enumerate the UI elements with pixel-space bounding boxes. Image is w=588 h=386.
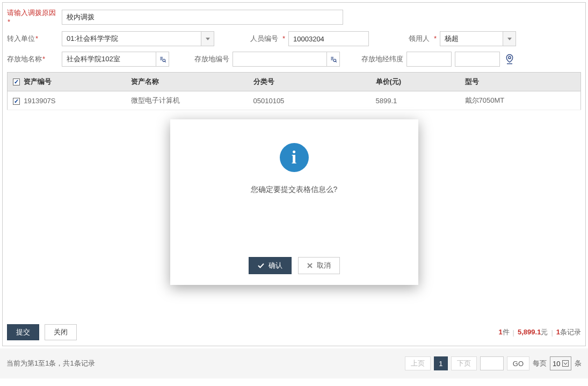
info-icon: i	[280, 143, 309, 172]
svg-line-9	[336, 61, 337, 62]
loc-name-label: 存放地名称*	[7, 54, 59, 64]
col-price: 单价(元)	[371, 73, 460, 91]
loc-coord-input-2[interactable]	[455, 52, 500, 67]
cell-model: 戴尔7050MT	[460, 91, 581, 110]
col-asset-name: 资产名称	[126, 73, 248, 91]
pager-perpage-label: 每页	[533, 359, 547, 368]
loc-name-input-wrap	[62, 52, 169, 67]
loc-code-input[interactable]	[233, 52, 327, 67]
location-pin-icon[interactable]	[503, 52, 516, 67]
modal-cancel-button[interactable]: 取消	[298, 257, 340, 274]
cell-class-no: 05010105	[248, 91, 371, 110]
col-model: 型号	[460, 73, 581, 91]
panel-footer: 提交 关闭 1件 | 5,899.1元 | 1条记录	[7, 324, 581, 340]
summary-bar: 1件 | 5,899.1元 | 1条记录	[498, 327, 581, 337]
svg-point-8	[333, 59, 336, 62]
asset-table: 资产编号 资产名称 分类号 单价(元) 型号 1913907S 微型电子计算机 …	[7, 72, 581, 110]
row-dept: 转入单位* 01:社会科学学院 人员编号 * 领用人 * 杨超	[7, 31, 581, 46]
dept-select[interactable]: 01:社会科学学院	[62, 31, 214, 46]
close-button[interactable]: 关闭	[45, 324, 77, 340]
close-icon	[307, 263, 313, 268]
chevron-down-icon	[562, 360, 569, 367]
col-asset-no: 资产编号	[24, 77, 52, 85]
summary-records: 1	[556, 328, 560, 336]
cell-asset-no: 1913907S	[24, 97, 55, 105]
dept-select-value: 01:社会科学学院	[62, 31, 201, 46]
emp-input[interactable]	[288, 31, 369, 46]
submit-button[interactable]: 提交	[7, 324, 39, 340]
reason-input[interactable]	[62, 10, 343, 25]
table-row[interactable]: 1913907S 微型电子计算机 05010105 5899.1 戴尔7050M…	[8, 91, 581, 110]
chevron-down-icon[interactable]	[503, 31, 516, 46]
loc-code-input-wrap	[233, 52, 340, 67]
summary-amount: 5,899.1	[518, 328, 541, 336]
check-icon	[258, 263, 264, 268]
recipient-value: 杨超	[440, 31, 503, 46]
pager-prev[interactable]: 上页	[405, 356, 431, 370]
loc-coord-label: 存放地经纬度	[356, 54, 403, 64]
pager-perpage-select[interactable]: 10	[550, 356, 571, 370]
svg-line-4	[165, 61, 166, 62]
cell-price: 5899.1	[371, 91, 460, 110]
svg-point-3	[163, 59, 165, 62]
select-all-checkbox[interactable]	[13, 78, 20, 85]
loc-code-label: 存放地编号	[187, 54, 229, 64]
modal-message: 您确定要提交表格信息么?	[181, 185, 408, 195]
pager-status: 当前为第1至1条，共1条记录	[6, 359, 95, 368]
pager-bar: 当前为第1至1条，共1条记录 上页 1 下页 GO 每页 10 条	[0, 348, 588, 378]
pager-page-input[interactable]	[480, 356, 504, 370]
modal-confirm-button[interactable]: 确认	[249, 257, 292, 274]
confirm-modal: i 您确定要提交表格信息么? 确认 取消	[170, 119, 418, 285]
row-checkbox[interactable]	[13, 98, 20, 105]
search-icon[interactable]	[156, 52, 169, 67]
dept-label: 转入单位*	[7, 34, 59, 44]
loc-name-input[interactable]	[62, 52, 156, 67]
pager-next[interactable]: 下页	[451, 356, 477, 370]
col-class-no: 分类号	[248, 73, 371, 91]
summary-count: 1	[498, 328, 502, 336]
svg-point-10	[509, 56, 511, 59]
pager-tail: 条	[575, 359, 582, 368]
pager-current[interactable]: 1	[434, 356, 448, 370]
search-icon[interactable]	[327, 52, 340, 67]
loc-coord-input-1[interactable]	[406, 52, 452, 67]
recipient-select[interactable]: 杨超	[440, 31, 516, 46]
recipient-label: 领用人 *	[399, 34, 437, 44]
emp-label: 人员编号 *	[239, 34, 285, 44]
row-reason: 请输入调拨原因*	[7, 8, 581, 26]
row-location: 存放地名称* 存放地编号 存放地经纬度	[7, 52, 581, 67]
pager-go[interactable]: GO	[507, 356, 529, 370]
reason-label: 请输入调拨原因*	[7, 8, 59, 26]
pager-controls: 上页 1 下页 GO 每页 10 条	[405, 356, 582, 370]
chevron-down-icon[interactable]	[201, 31, 214, 46]
svg-rect-12	[563, 361, 569, 367]
table-header-row: 资产编号 资产名称 分类号 单价(元) 型号	[8, 73, 581, 91]
cell-asset-name: 微型电子计算机	[126, 91, 248, 110]
